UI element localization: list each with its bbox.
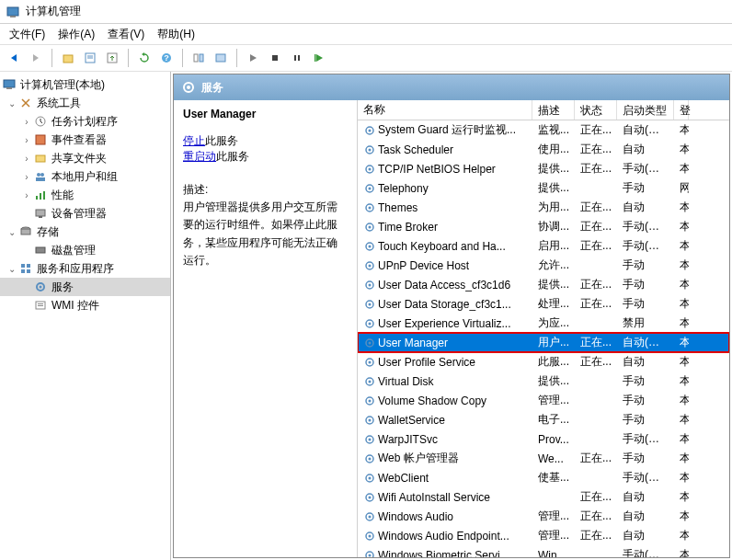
service-row[interactable]: User Data Storage_cf3c1...处理...正在...手动本: [358, 294, 729, 314]
refresh-button[interactable]: [134, 48, 154, 68]
expander-closed-icon[interactable]: ›: [20, 190, 33, 200]
service-login: 本: [674, 200, 689, 215]
tree-root-label: 计算机管理(本地): [20, 77, 105, 93]
svg-rect-11: [216, 54, 225, 62]
svg-rect-40: [38, 305, 43, 306]
svg-point-50: [369, 187, 372, 189]
service-login: 本: [674, 354, 689, 370]
service-row[interactable]: WebClient使基...手动(触发...本: [358, 468, 729, 487]
forward-button[interactable]: [26, 48, 46, 68]
gear-icon: [363, 279, 376, 291]
gear-icon: [363, 375, 376, 388]
tree-system-tools[interactable]: ⌄ 系统工具: [0, 94, 170, 112]
tree-wmi[interactable]: WMI 控件: [0, 296, 170, 314]
start-service-button[interactable]: [243, 48, 263, 68]
stop-service-button[interactable]: [265, 48, 285, 68]
col-status[interactable]: 状态: [575, 100, 617, 120]
service-row[interactable]: Web 帐户管理器We...正在...手动本: [358, 449, 729, 468]
service-row[interactable]: User Experience Virtualiz...为应...禁用本: [358, 314, 729, 333]
tree-label: 共享文件夹: [51, 151, 107, 166]
service-row[interactable]: WalletService电子...手动本: [358, 410, 729, 429]
gear-icon: [363, 201, 376, 214]
col-login[interactable]: 登: [674, 100, 689, 120]
service-name-cell: User Profile Service: [358, 356, 532, 369]
svg-rect-20: [36, 155, 45, 162]
stop-service-link[interactable]: 停止: [183, 134, 205, 147]
panel-body: User Manager 停止此服务 重启动此服务 描述: 用户管理器提供多用户…: [174, 100, 729, 557]
expander-closed-icon[interactable]: ›: [20, 117, 33, 127]
tree-services-apps[interactable]: ⌄ 服务和应用程序: [0, 259, 170, 278]
service-row[interactable]: Windows Audio Endpoint...管理...正在...自动本: [358, 526, 729, 545]
up-button[interactable]: [58, 48, 78, 68]
show-hide-2-button[interactable]: [211, 48, 231, 68]
service-row[interactable]: Windows Biometric Servi...Win...手动(触发...…: [358, 545, 729, 557]
service-name-cell: UPnP Device Host: [358, 259, 532, 272]
tree-local-users[interactable]: › 本地用户和组: [0, 167, 170, 186]
svg-point-80: [369, 476, 372, 479]
service-desc: 处理...: [532, 296, 575, 312]
service-startup: 手动: [617, 373, 674, 389]
gear-icon: [363, 259, 376, 272]
service-row[interactable]: Windows Audio管理...正在...自动本: [358, 507, 729, 526]
tree-root[interactable]: 计算机管理(本地): [0, 75, 170, 94]
expander-open-icon[interactable]: ⌄: [6, 227, 18, 237]
tree-performance[interactable]: › 性能: [0, 186, 170, 204]
col-name[interactable]: 名称: [358, 100, 532, 120]
titlebar: 计算机管理: [0, 0, 732, 24]
service-row[interactable]: Themes为用...正在...自动本: [358, 198, 729, 217]
gear-icon: [363, 337, 376, 349]
menu-view[interactable]: 查看(V): [102, 25, 150, 44]
service-row[interactable]: Wifi AutoInstall Service正在...自动本: [358, 487, 729, 507]
service-row[interactable]: UPnP Device Host允许...手动本: [358, 256, 729, 275]
properties-button[interactable]: [80, 48, 100, 68]
list-body[interactable]: System Guard 运行时监视...监视...正在...自动(延迟...本…: [358, 120, 729, 557]
expander-closed-icon[interactable]: ›: [20, 172, 33, 182]
help-button[interactable]: ?: [156, 48, 177, 68]
tree-shared-folders[interactable]: › 共享文件夹: [0, 149, 170, 167]
tree-task-scheduler[interactable]: › 任务计划程序: [0, 112, 170, 131]
service-name: Themes: [378, 201, 417, 214]
service-row[interactable]: WarpJITSvcProv...手动(触发...本: [358, 429, 729, 449]
service-startup: 手动(触发...: [617, 219, 674, 234]
restart-service-link[interactable]: 重启动: [183, 150, 216, 163]
service-name: Telephony: [378, 182, 429, 195]
expander-closed-icon[interactable]: ›: [20, 135, 33, 145]
service-row[interactable]: TCP/IP NetBIOS Helper提供...正在...手动(触发...本: [358, 159, 729, 178]
menu-help[interactable]: 帮助(H): [152, 25, 200, 44]
svg-point-86: [369, 534, 372, 537]
export-button[interactable]: [102, 48, 122, 68]
pause-service-button[interactable]: [287, 48, 307, 68]
service-row[interactable]: Virtual Disk提供...手动本: [358, 371, 729, 391]
service-row[interactable]: Volume Shadow Copy管理...手动本: [358, 391, 729, 410]
tree-label: 服务和应用程序: [37, 261, 114, 277]
service-row[interactable]: Telephony提供...手动网: [358, 178, 729, 198]
service-row[interactable]: Task Scheduler使用...正在...自动本: [358, 140, 729, 159]
service-name: Windows Biometric Servi...: [378, 549, 509, 558]
service-row[interactable]: System Guard 运行时监视...监视...正在...自动(延迟...本: [358, 120, 729, 140]
expander-closed-icon[interactable]: ›: [20, 154, 33, 164]
tree-services[interactable]: 服务: [0, 278, 170, 296]
service-name-cell: Web 帐户管理器: [358, 451, 532, 466]
tree-disk-mgmt[interactable]: 磁盘管理: [0, 241, 170, 259]
tree-event-viewer[interactable]: › 事件查看器: [0, 131, 170, 149]
expander-open-icon[interactable]: ⌄: [6, 98, 18, 109]
svg-rect-9: [194, 54, 198, 62]
col-desc[interactable]: 描述: [532, 100, 575, 120]
service-row[interactable]: User Data Access_cf3c1d6提供...正在...手动本: [358, 275, 729, 294]
menu-file[interactable]: 文件(F): [4, 25, 51, 44]
expander-open-icon[interactable]: ⌄: [6, 264, 18, 274]
service-desc: 用户...: [532, 335, 575, 350]
tree-device-manager[interactable]: 设备管理器: [0, 204, 170, 223]
show-hide-button[interactable]: [189, 48, 209, 68]
service-row[interactable]: Touch Keyboard and Ha...启用...正在...手动(触发.…: [358, 236, 729, 256]
service-row[interactable]: Time Broker协调...正在...手动(触发...本: [358, 217, 729, 236]
service-row[interactable]: User Manager用户...正在...自动(触发...本: [358, 333, 729, 352]
menu-action[interactable]: 操作(A): [52, 25, 100, 44]
service-row[interactable]: User Profile Service此服...正在...自动本: [358, 352, 729, 371]
tree-storage[interactable]: ⌄ 存储: [0, 223, 170, 241]
col-startup[interactable]: 启动类型: [617, 100, 674, 120]
restart-service-button[interactable]: [309, 48, 329, 68]
svg-point-44: [369, 129, 372, 131]
service-startup: 手动: [617, 277, 674, 292]
back-button[interactable]: [4, 48, 24, 68]
